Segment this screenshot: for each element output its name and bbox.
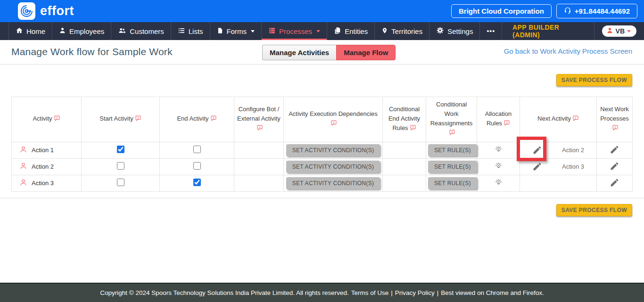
col-execution-dependencies: Activity Execution Dependencies xyxy=(284,97,383,142)
nav-label: Lists xyxy=(189,27,203,35)
nav-label: Forms xyxy=(227,27,247,35)
divider xyxy=(0,198,644,198)
phone-button[interactable]: +91.84484.44692 xyxy=(556,4,637,18)
save-process-flow-button-bottom[interactable]: SAVE PROCESS FLOW xyxy=(556,204,632,216)
start-activity-checkbox[interactable] xyxy=(117,179,124,186)
info-icon[interactable] xyxy=(572,115,579,124)
person-icon xyxy=(59,27,66,35)
home-icon xyxy=(16,27,23,36)
info-icon[interactable] xyxy=(330,120,337,129)
page-title: Manage Work flow for Sample Work xyxy=(11,46,173,57)
list-icon xyxy=(178,27,185,36)
nav-label: Processes xyxy=(279,27,312,35)
process-stack-icon xyxy=(268,27,276,36)
nav-item-employees[interactable]: Employees xyxy=(52,22,111,40)
end-activity-checkbox[interactable] xyxy=(193,146,201,153)
nav-item-lists[interactable]: Lists xyxy=(171,22,210,40)
user-outline-icon xyxy=(19,179,27,188)
manage-activities-button[interactable]: Manage Activities xyxy=(262,45,336,60)
edit-next-activity-pencil-icon[interactable] xyxy=(532,145,542,155)
nav-label: Settings xyxy=(447,27,473,35)
effort-logo-icon[interactable] xyxy=(18,2,35,20)
set-rules-button[interactable]: SET RULE(S) xyxy=(428,161,477,173)
info-icon[interactable] xyxy=(256,124,263,134)
role-badge: APP BUILDER (ADMIN) xyxy=(502,22,594,40)
user-outline-icon xyxy=(19,162,27,171)
manage-flow-button[interactable]: Manage Flow xyxy=(336,45,396,60)
set-activity-condition-button[interactable]: SET ACTIVITY CONDITION(S) xyxy=(286,161,380,173)
nav-label: Employees xyxy=(69,27,104,35)
next-activity-value: Action 3 xyxy=(562,163,584,170)
col-allocation-rules: Allocation Rules xyxy=(477,97,520,142)
info-icon[interactable] xyxy=(449,129,455,139)
pages-icon xyxy=(334,27,341,36)
nav-item-entities[interactable]: Entities xyxy=(327,22,375,40)
nav-label: Territories xyxy=(391,27,422,35)
headset-icon xyxy=(564,7,571,16)
set-activity-condition-button[interactable]: SET ACTIVITY CONDITION(S) xyxy=(286,144,380,156)
footer: Copyright © 2024 Spoors Technology Solut… xyxy=(0,283,644,302)
chevron-down-icon xyxy=(316,30,320,33)
edit-next-work-process-pencil-icon[interactable] xyxy=(610,178,619,188)
allocation-rules-bulb-icon[interactable] xyxy=(494,162,503,171)
info-icon[interactable] xyxy=(612,124,619,134)
table-row: Action 3 SET ACTIVITY CONDITION(S) SET R… xyxy=(12,175,633,191)
company-button[interactable]: Bright Cloud Corporation xyxy=(451,4,552,18)
go-back-link[interactable]: Go back to Work Activity Process Screen xyxy=(504,47,632,55)
chevron-down-icon xyxy=(627,30,631,33)
next-activity-value: Action 2 xyxy=(562,147,584,154)
chevron-down-icon xyxy=(251,30,255,33)
allocation-rules-bulb-icon[interactable] xyxy=(494,145,503,154)
copyright-text: Copyright © 2024 Spoors Technology Solut… xyxy=(100,289,348,296)
nav-item-home[interactable]: Home xyxy=(8,22,52,40)
info-icon[interactable] xyxy=(504,120,510,129)
gear-icon xyxy=(436,26,444,36)
nav-item-customers[interactable]: Customers xyxy=(111,22,171,40)
privacy-policy-link[interactable]: Privacy Policy xyxy=(395,289,435,296)
user-menu-button[interactable]: VB xyxy=(602,25,636,37)
table-row: Action 1 SET ACTIVITY CONDITION(S) SET R… xyxy=(12,142,633,158)
app-root: effort Bright Cloud Corporation +91.8448… xyxy=(0,0,644,302)
nav-item-more[interactable]: ••• xyxy=(480,22,502,40)
info-icon[interactable] xyxy=(54,115,60,124)
set-rules-button[interactable]: SET RULE(S) xyxy=(428,177,477,189)
activity-name: Action 2 xyxy=(32,163,54,170)
main-nav: Home Employees Customers Lists Forms Pro… xyxy=(0,22,644,40)
info-icon[interactable] xyxy=(210,115,217,124)
col-next-work-processes: Next Work Processes xyxy=(597,97,633,142)
best-viewed-text: Best viewed on Chrome and Firefox. xyxy=(441,289,544,296)
logo-wordmark: effort xyxy=(40,4,74,18)
terms-of-use-link[interactable]: Terms of Use xyxy=(351,289,389,296)
footer-separator: | xyxy=(437,289,439,296)
top-header: effort Bright Cloud Corporation +91.8448… xyxy=(0,0,644,22)
activity-name: Action 1 xyxy=(32,147,54,154)
nav-item-processes[interactable]: Processes xyxy=(262,22,327,40)
edit-next-activity-pencil-icon[interactable] xyxy=(532,162,542,171)
col-end-activity: End Activity xyxy=(160,97,234,142)
set-rules-button[interactable]: SET RULE(S) xyxy=(428,144,477,156)
activity-name: Action 3 xyxy=(32,180,54,187)
start-activity-checkbox[interactable] xyxy=(117,162,124,170)
nav-item-settings[interactable]: Settings xyxy=(429,22,480,40)
edit-next-work-process-pencil-icon[interactable] xyxy=(610,161,619,171)
table-row: Action 2 SET ACTIVITY CONDITION(S) SET R… xyxy=(12,158,633,175)
start-activity-checkbox[interactable] xyxy=(117,146,124,153)
info-icon[interactable] xyxy=(135,115,141,124)
view-toggle: Manage Activities Manage Flow xyxy=(262,45,396,60)
edit-next-work-process-pencil-icon[interactable] xyxy=(610,145,619,155)
end-activity-checkbox[interactable] xyxy=(193,162,201,170)
map-pin-icon xyxy=(381,27,388,36)
nav-item-territories[interactable]: Territories xyxy=(375,22,429,40)
nav-label: Customers xyxy=(130,27,164,35)
col-conditional-reassignments: Conditional Work Reassignments xyxy=(426,97,477,142)
set-activity-condition-button[interactable]: SET ACTIVITY CONDITION(S) xyxy=(286,177,380,189)
allocation-rules-bulb-icon[interactable] xyxy=(494,178,503,187)
more-icon: ••• xyxy=(487,27,495,35)
col-start-activity: Start Activity xyxy=(82,97,160,142)
end-activity-checkbox[interactable] xyxy=(193,179,201,186)
divider xyxy=(0,64,644,65)
save-process-flow-button-top[interactable]: SAVE PROCESS FLOW xyxy=(556,74,632,86)
nav-item-forms[interactable]: Forms xyxy=(210,22,262,40)
info-icon[interactable] xyxy=(410,124,416,134)
footer-separator: | xyxy=(391,289,393,296)
